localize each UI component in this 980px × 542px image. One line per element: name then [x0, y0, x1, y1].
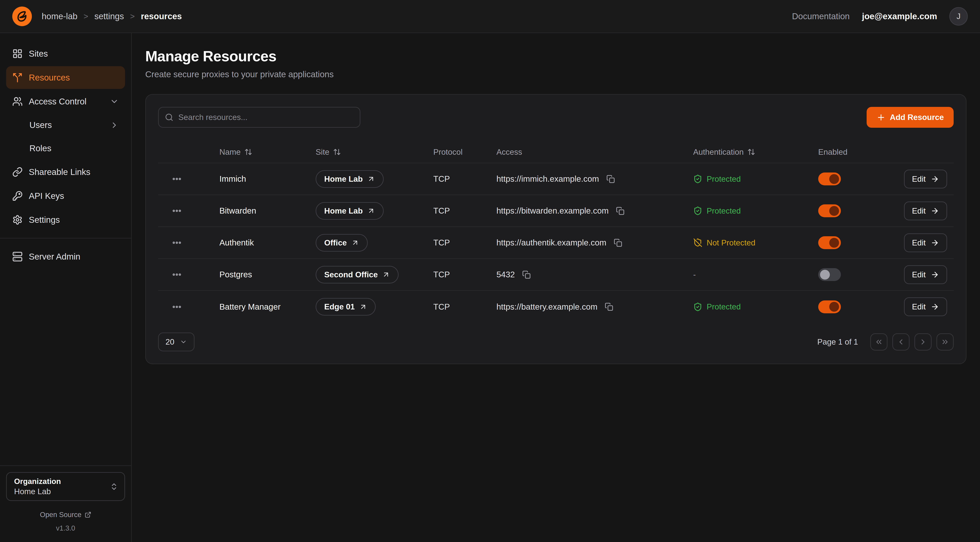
enabled-toggle[interactable]: [818, 300, 841, 313]
arrow-right-icon: [931, 239, 939, 247]
access-url: https://immich.example.com: [496, 174, 599, 184]
breadcrumb-separator: >: [130, 12, 135, 21]
page-info: Page 1 of 1: [818, 338, 858, 346]
copy-button[interactable]: [603, 301, 614, 312]
sidebar-item-settings[interactable]: Settings: [6, 209, 125, 231]
auth-badge: Protected: [693, 174, 741, 183]
site-link[interactable]: Office: [316, 234, 368, 252]
sidebar-item-shareable-links[interactable]: Shareable Links: [6, 161, 125, 183]
page-title: Manage Resources: [145, 48, 967, 65]
page-size-select[interactable]: 20: [158, 333, 194, 351]
breadcrumb: home-lab > settings > resources: [42, 11, 182, 21]
table-row: Battery Manager Edge 01 TCP https://batt…: [158, 291, 954, 323]
site-link[interactable]: Home Lab: [316, 202, 383, 220]
ellipsis-icon: [172, 269, 182, 280]
next-page-button[interactable]: [915, 333, 932, 351]
grid-icon: [12, 48, 23, 59]
table-row: Postgres Second Office TCP 5432 - Edit: [158, 259, 954, 291]
copy-button[interactable]: [615, 206, 626, 217]
protocol-cell: TCP: [433, 302, 496, 312]
row-menu-button[interactable]: [169, 235, 185, 250]
table-row: Immich Home Lab TCP https://immich.examp…: [158, 163, 954, 195]
documentation-link[interactable]: Documentation: [792, 11, 850, 21]
breadcrumb-home-lab[interactable]: home-lab: [42, 11, 78, 21]
row-menu-button[interactable]: [169, 299, 185, 314]
protocol-cell: TCP: [433, 174, 496, 184]
enabled-toggle[interactable]: [818, 236, 841, 249]
sidebar-item-label: Roles: [29, 143, 51, 153]
resource-name: Authentik: [220, 238, 316, 247]
external-link-icon: [84, 511, 91, 518]
enabled-toggle[interactable]: [818, 204, 841, 217]
sidebar-item-resources[interactable]: Resources: [6, 66, 125, 89]
copy-icon: [605, 303, 613, 311]
add-resource-label: Add Resource: [890, 113, 944, 122]
copy-button[interactable]: [612, 237, 624, 248]
topbar: home-lab > settings > resources Document…: [0, 0, 980, 33]
header-authentication[interactable]: Authentication: [693, 148, 818, 156]
add-resource-button[interactable]: Add Resource: [867, 107, 954, 128]
organization-selector[interactable]: Organization Home Lab: [6, 472, 125, 501]
open-source-label: Open Source: [40, 511, 81, 519]
shield-off-icon: [693, 238, 702, 247]
sidebar-item-sites[interactable]: Sites: [6, 42, 125, 65]
sidebar-item-users[interactable]: Users: [6, 114, 125, 136]
sidebar-item-api-keys[interactable]: API Keys: [6, 185, 125, 207]
resources-card: Add Resource Name Site Protocol Access: [145, 94, 967, 364]
header-enabled: Enabled: [818, 148, 904, 156]
search-wrap: [158, 107, 360, 128]
edit-button[interactable]: Edit: [904, 265, 947, 284]
search-input[interactable]: [158, 107, 360, 128]
enabled-toggle[interactable]: [818, 268, 841, 281]
sidebar-item-access-control[interactable]: Access Control: [6, 90, 125, 113]
edit-button[interactable]: Edit: [904, 201, 947, 220]
header-site[interactable]: Site: [316, 148, 433, 156]
sort-icon: [333, 148, 341, 156]
sidebar-item-roles[interactable]: Roles: [6, 137, 125, 159]
chevrons-up-down-icon: [110, 482, 118, 491]
breadcrumb-separator: >: [84, 12, 88, 21]
enabled-toggle[interactable]: [818, 172, 841, 185]
breadcrumb-settings[interactable]: settings: [94, 11, 124, 21]
copy-icon: [614, 239, 622, 247]
sidebar-item-label: Server Admin: [29, 252, 80, 261]
chevron-right-icon: [919, 338, 927, 346]
open-source-link[interactable]: Open Source: [0, 511, 131, 519]
copy-icon: [522, 270, 531, 279]
last-page-button[interactable]: [937, 333, 954, 351]
sidebar-item-label: Access Control: [29, 97, 86, 107]
sidebar: Sites Resources Access Control Users Rol…: [0, 33, 132, 542]
sidebar-item-label: Settings: [29, 215, 60, 225]
key-icon: [12, 191, 23, 201]
resource-name: Immich: [220, 174, 316, 184]
copy-button[interactable]: [521, 269, 532, 280]
row-menu-button[interactable]: [169, 267, 185, 282]
arrow-right-icon: [931, 270, 939, 279]
arrow-right-icon: [931, 303, 939, 311]
shield-check-icon: [693, 206, 702, 215]
server-icon: [12, 251, 23, 262]
edit-button[interactable]: Edit: [904, 233, 947, 252]
site-link[interactable]: Home Lab: [316, 170, 383, 188]
row-menu-button[interactable]: [169, 171, 185, 187]
ellipsis-icon: [172, 206, 182, 216]
arrow-up-right-icon: [351, 239, 359, 247]
first-page-button[interactable]: [870, 333, 888, 351]
row-menu-button[interactable]: [169, 203, 185, 218]
gear-icon: [12, 215, 23, 225]
sidebar-item-server-admin[interactable]: Server Admin: [6, 245, 125, 268]
site-link[interactable]: Edge 01: [316, 298, 376, 316]
edit-button[interactable]: Edit: [904, 170, 947, 188]
site-link[interactable]: Second Office: [316, 266, 399, 284]
edit-button[interactable]: Edit: [904, 297, 947, 316]
arrow-right-icon: [931, 207, 939, 215]
previous-page-button[interactable]: [892, 333, 910, 351]
copy-button[interactable]: [605, 174, 616, 185]
ellipsis-icon: [172, 302, 182, 312]
app: home-lab > settings > resources Document…: [0, 0, 980, 542]
avatar-initial: J: [956, 12, 961, 21]
app-logo[interactable]: [12, 6, 32, 26]
header-name[interactable]: Name: [220, 148, 316, 156]
resource-name: Bitwarden: [220, 206, 316, 215]
avatar[interactable]: J: [949, 7, 968, 26]
